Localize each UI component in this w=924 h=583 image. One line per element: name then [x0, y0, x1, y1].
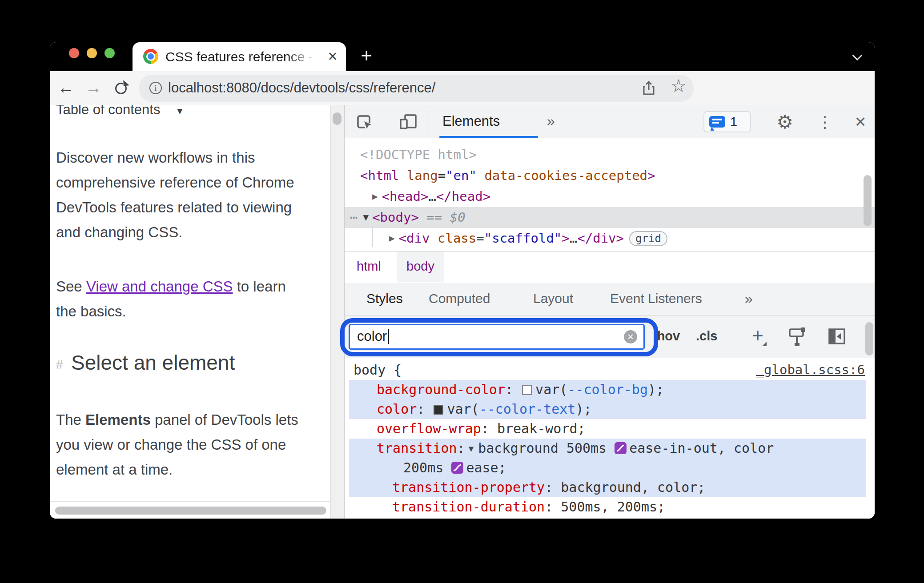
horizontal-scrollbar[interactable] [55, 507, 326, 515]
site-info-icon[interactable]: i [149, 82, 162, 94]
tab-event-listeners[interactable]: Event Listeners [610, 283, 702, 315]
tab-title: CSS features reference - Chrom [165, 42, 321, 71]
token-tag: <head> [382, 189, 429, 204]
page-scrollbar-thumb[interactable] [333, 112, 341, 125]
devtools-menu-button[interactable]: ⋮ [812, 105, 837, 138]
token-dark: 200ms [403, 460, 451, 475]
style-row[interactable]: 200ms ease; [349, 458, 866, 478]
paragraph-line: and changing CSS. [56, 220, 294, 245]
close-devtools-button[interactable]: × [848, 105, 873, 138]
back-button[interactable]: ← [55, 71, 76, 105]
token-dark: ); [648, 382, 664, 397]
toggle-element-classes-button[interactable]: .cls [696, 315, 717, 358]
style-row[interactable]: background-color: var(--color-bg); [349, 380, 866, 399]
token-attr: lang [399, 168, 438, 183]
issues-count: 1 [730, 112, 737, 132]
page-scrollbar-track[interactable] [330, 105, 344, 519]
browser-toolbar: ← → i localhost:8080/docs/devtools/css/r… [50, 71, 875, 105]
bezier-editor-icon[interactable] [451, 462, 463, 474]
close-window-button[interactable] [69, 48, 79, 58]
breadcrumb-body[interactable]: body [397, 252, 444, 282]
table-of-contents-toggle[interactable]: Table of contents▼ [56, 105, 184, 118]
heading-anchor-hash[interactable]: # [56, 358, 63, 372]
token-tag: > [647, 168, 655, 183]
text: to learn [233, 278, 286, 295]
dom-row[interactable]: ▶<div class="scaffold">…</div>grid [345, 228, 875, 249]
more-sidebar-tabs-button[interactable]: » [745, 283, 753, 315]
bezier-editor-icon[interactable] [615, 442, 627, 454]
style-row[interactable]: overflow-wrap: break-word; [349, 419, 866, 439]
token-eq: == [419, 210, 450, 225]
toc-caret-icon: ▼ [175, 106, 184, 116]
inspect-element-button[interactable] [351, 105, 376, 138]
elements-paragraph: The Elements panel of DevTools lets you … [56, 407, 298, 482]
browser-tab[interactable]: CSS features reference - Chrom × [133, 42, 346, 71]
tab-close-icon[interactable]: × [323, 42, 342, 71]
style-row[interactable]: transition-property: background, color; [349, 478, 866, 497]
tab-styles[interactable]: Styles [366, 283, 403, 315]
computed-sidebar-toggle-button[interactable] [828, 327, 846, 345]
new-style-rule-button[interactable]: + [748, 315, 767, 358]
more-panels-button[interactable]: » [547, 105, 555, 138]
stylesheet-source-link[interactable]: _global.scss:6 [756, 360, 865, 380]
tab-search-chevron-icon[interactable] [852, 51, 863, 61]
dom-tree: <!DOCTYPE html><html lang="en" data-cook… [345, 138, 875, 251]
paragraph-line: you view or change the CSS of one [56, 432, 298, 457]
issues-counter-button[interactable]: 1 [703, 111, 751, 132]
dom-row[interactable]: <html lang="en" data-cookies-accepted> [345, 165, 875, 186]
dom-row[interactable]: ▶<head>…</head> [345, 186, 875, 207]
token-dark: var( [535, 382, 567, 397]
url-text[interactable]: localhost:8080/docs/devtools/css/referen… [168, 75, 435, 102]
css-selector[interactable]: body { [354, 362, 402, 378]
grid-badge[interactable]: grid [629, 231, 667, 246]
paragraph-line: The Elements panel of DevTools lets [56, 407, 298, 432]
token-attr: class [430, 231, 477, 246]
issues-chat-icon [709, 116, 725, 128]
text: See [56, 278, 86, 295]
tab-elements[interactable]: Elements [442, 105, 500, 138]
paragraph-line: See View and change CSS to learn [56, 274, 286, 299]
token-dark: : break-word; [481, 421, 586, 436]
paragraph-line: DevTools features related to viewing [56, 195, 294, 220]
tab-layout[interactable]: Layout [533, 283, 573, 315]
forward-button[interactable]: → [83, 71, 104, 105]
style-row[interactable]: color: var(--color-text); [349, 399, 866, 419]
token-dark: ease; [466, 460, 506, 475]
share-icon [640, 80, 657, 97]
address-bar[interactable]: i localhost:8080/docs/devtools/css/refer… [139, 75, 694, 102]
bookmark-star-icon[interactable]: ☆ [671, 76, 687, 96]
new-tab-button[interactable]: + [356, 42, 377, 71]
token-dark: = [476, 231, 484, 246]
dom-scrollbar-thumb[interactable] [864, 175, 872, 226]
device-toolbar-button[interactable] [395, 105, 420, 138]
maximize-window-button[interactable] [104, 48, 115, 58]
token-prop: transition-property [392, 479, 545, 495]
inspect-cursor-icon [354, 112, 373, 131]
breadcrumb-html[interactable]: html [347, 252, 391, 282]
style-row[interactable]: transition:▼background 500ms ease-in-out… [349, 439, 866, 458]
paint-roller-icon [787, 327, 807, 347]
token-dark: … [570, 231, 577, 246]
dom-row[interactable]: <!DOCTYPE html> [345, 144, 875, 165]
clear-filter-icon[interactable]: × [624, 330, 637, 343]
style-row[interactable]: transition-duration: 500ms, 200ms; [349, 497, 866, 517]
token-prop: transition [377, 440, 457, 456]
token-tag: > [562, 231, 569, 246]
view-and-change-css-link[interactable]: View and change CSS [86, 278, 233, 295]
minimize-window-button[interactable] [87, 48, 97, 58]
token-tag: </head> [436, 189, 490, 204]
token-dark: ease-in-out, color [629, 440, 774, 456]
settings-button[interactable]: ⚙ [772, 105, 797, 138]
styles-pane: body { _global.scss:6 background-color: … [345, 358, 875, 519]
token-dark: var( [447, 401, 479, 417]
rendering-emulation-button[interactable] [787, 327, 807, 347]
reload-button[interactable] [110, 71, 132, 105]
dom-row[interactable]: ⋯▼<body> == $0 [345, 207, 875, 228]
style-row[interactable]: transition-timing-function: ease-in-out,… [349, 517, 866, 519]
share-button[interactable] [640, 80, 657, 97]
filter-input[interactable]: color × [349, 324, 645, 350]
chrome-favicon-icon [143, 49, 158, 64]
styles-scrollbar-thumb[interactable] [865, 322, 873, 355]
token-dark: = [438, 168, 446, 183]
tab-computed[interactable]: Computed [429, 283, 490, 315]
